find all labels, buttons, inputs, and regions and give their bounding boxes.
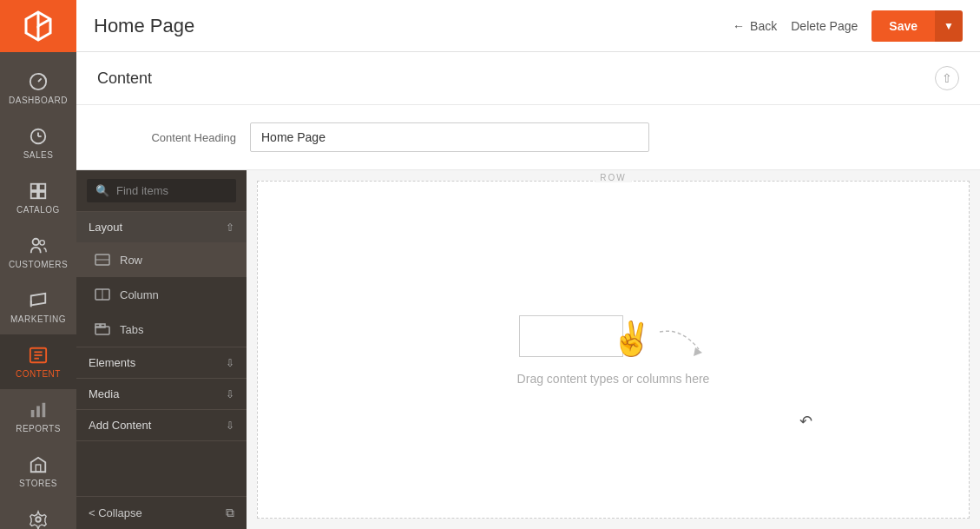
save-button-group: Save ▼ bbox=[871, 10, 963, 42]
canvas-area: ⇱ ROW ✌ Drag content types or bbox=[247, 170, 980, 529]
section-title: Content bbox=[97, 69, 152, 88]
expand-icon: ⧉ bbox=[226, 506, 234, 520]
search-icon: 🔍 bbox=[95, 184, 109, 197]
add-content-section-title: Add Content bbox=[89, 419, 151, 432]
sidebar-label-marketing: MARKETING bbox=[10, 314, 66, 324]
back-arrow-icon: ← bbox=[733, 19, 745, 33]
chevron-up-icon: ⇧ bbox=[942, 71, 952, 85]
svg-marker-12 bbox=[31, 294, 46, 306]
row-icon bbox=[94, 251, 111, 268]
section-header: Content ⇧ bbox=[76, 52, 980, 105]
drop-hint: Drag content types or columns here bbox=[517, 372, 710, 386]
reports-icon bbox=[28, 400, 49, 420]
svg-point-10 bbox=[33, 239, 39, 245]
sidebar-item-content[interactable]: CONTENT bbox=[0, 334, 76, 389]
panel-section-add-content: Add Content ⇩ bbox=[76, 410, 247, 441]
drag-illustration: ✌ bbox=[519, 314, 707, 358]
svg-point-22 bbox=[36, 517, 41, 522]
elements-section-title: Elements bbox=[89, 356, 135, 369]
panel-collapse-bar[interactable]: < Collapse ⧉ bbox=[76, 496, 247, 529]
sidebar-item-reports[interactable]: REPORTS bbox=[0, 389, 76, 444]
main-layout: DASHBOARD SALES CATALOG CUSTOMERS bbox=[0, 52, 980, 529]
collapse-section-button[interactable]: ⇧ bbox=[935, 66, 959, 90]
tabs-icon bbox=[94, 321, 111, 338]
tabs-label: Tabs bbox=[120, 323, 143, 336]
top-header: Home Page ← Back Delete Page Save ▼ bbox=[0, 0, 980, 52]
sidebar-item-dashboard[interactable]: DASHBOARD bbox=[0, 61, 76, 116]
row-container: ROW ✌ Drag content types or columns here bbox=[257, 181, 970, 519]
panel-section-elements: Elements ⇩ bbox=[76, 347, 247, 379]
sidebar-item-sales[interactable]: SALES bbox=[0, 116, 76, 170]
svg-point-11 bbox=[40, 241, 45, 246]
sidebar-label-sales: SALES bbox=[23, 150, 54, 160]
back-label: Back bbox=[750, 19, 777, 33]
drag-arrow-icon bbox=[655, 323, 707, 358]
back-button[interactable]: ← Back bbox=[733, 19, 777, 33]
gear-icon bbox=[28, 509, 49, 529]
layout-section-header[interactable]: Layout ⇧ bbox=[76, 212, 247, 242]
chevron-down-icon: ▼ bbox=[944, 20, 954, 32]
column-label: Column bbox=[120, 288, 159, 301]
elements-section-header[interactable]: Elements ⇩ bbox=[76, 347, 247, 378]
media-section-title: Media bbox=[89, 387, 119, 400]
svg-rect-28 bbox=[95, 324, 100, 327]
content-heading-input[interactable] bbox=[250, 122, 649, 152]
sidebar-label-content: CONTENT bbox=[16, 369, 61, 379]
drop-zone: ✌ Drag content types or columns here bbox=[258, 182, 969, 518]
sidebar-label-stores: STORES bbox=[19, 479, 57, 488]
column-icon bbox=[94, 286, 111, 303]
find-items-input[interactable] bbox=[116, 184, 262, 197]
save-button[interactable]: Save bbox=[871, 10, 935, 42]
sidebar-item-marketing[interactable]: MARKETING bbox=[0, 280, 76, 334]
content-icon bbox=[28, 345, 49, 366]
row-label: ROW bbox=[595, 173, 631, 182]
svg-rect-18 bbox=[31, 410, 35, 417]
panel-item-tabs[interactable]: Tabs bbox=[76, 312, 247, 347]
media-section-header[interactable]: Media ⇩ bbox=[76, 379, 247, 409]
svg-rect-8 bbox=[31, 192, 37, 198]
page-title: Home Page bbox=[94, 15, 194, 36]
svg-rect-19 bbox=[36, 406, 40, 417]
panel-item-row[interactable]: Row bbox=[76, 242, 247, 277]
panel-section-media: Media ⇩ bbox=[76, 379, 247, 410]
sidebar-item-catalog[interactable]: CATALOG bbox=[0, 170, 76, 225]
cursor-indicator: ↶ bbox=[799, 412, 812, 431]
marketing-icon bbox=[28, 290, 49, 311]
drag-box bbox=[519, 315, 623, 357]
search-input-wrap: 🔍 bbox=[87, 179, 236, 202]
customers-icon bbox=[28, 235, 49, 256]
catalog-icon bbox=[28, 181, 49, 202]
chevron-down-icon: ⇩ bbox=[226, 420, 234, 432]
sidebar: DASHBOARD SALES CATALOG CUSTOMERS bbox=[0, 52, 76, 529]
delete-page-button[interactable]: Delete Page bbox=[791, 19, 858, 33]
svg-rect-7 bbox=[39, 184, 45, 190]
collapse-label: < Collapse bbox=[89, 506, 142, 519]
layout-section-title: Layout bbox=[89, 221, 122, 234]
panel-item-column[interactable]: Column bbox=[76, 277, 247, 312]
editor-area: 🔍 Layout ⇧ Row bbox=[76, 170, 980, 529]
dashboard-icon bbox=[28, 71, 49, 92]
sidebar-item-stores[interactable]: STORES bbox=[0, 444, 76, 499]
add-content-section-header[interactable]: Add Content ⇩ bbox=[76, 410, 247, 440]
svg-rect-20 bbox=[43, 403, 46, 418]
chevron-up-icon: ⇧ bbox=[226, 222, 234, 234]
sidebar-item-system[interactable]: SYSTEM bbox=[0, 499, 76, 529]
search-box: 🔍 bbox=[76, 170, 247, 212]
row-label: Row bbox=[120, 254, 142, 267]
left-panel: 🔍 Layout ⇧ Row bbox=[76, 170, 247, 529]
sidebar-label-catalog: CATALOG bbox=[16, 205, 60, 215]
page-title-area: Home Page bbox=[76, 15, 733, 37]
sidebar-label-dashboard: DASHBOARD bbox=[9, 96, 68, 105]
chevron-down-icon: ⇩ bbox=[226, 357, 234, 369]
logo-area bbox=[0, 0, 76, 52]
sidebar-item-customers[interactable]: CUSTOMERS bbox=[0, 225, 76, 280]
svg-rect-9 bbox=[39, 192, 45, 198]
stores-icon bbox=[28, 454, 49, 475]
header-actions: ← Back Delete Page Save ▼ bbox=[733, 10, 963, 42]
sidebar-label-reports: REPORTS bbox=[16, 424, 61, 433]
chevron-down-icon: ⇩ bbox=[226, 388, 234, 400]
content-area: Content ⇧ Content Heading 🔍 bbox=[76, 52, 980, 529]
save-dropdown-button[interactable]: ▼ bbox=[935, 10, 963, 42]
magento-logo bbox=[21, 9, 56, 43]
svg-rect-21 bbox=[36, 465, 41, 472]
